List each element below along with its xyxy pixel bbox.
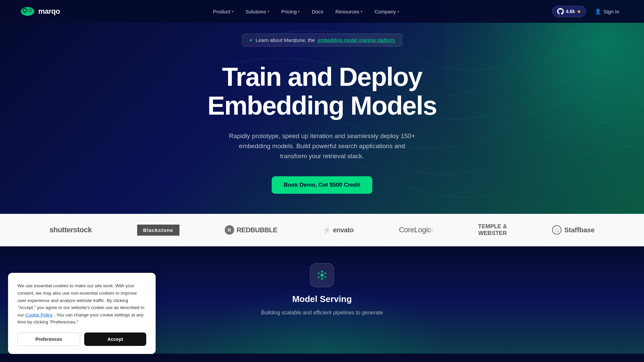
svg-point-6 bbox=[321, 270, 323, 273]
accept-button[interactable]: Accept bbox=[84, 333, 146, 346]
svg-line-15 bbox=[323, 276, 324, 277]
model-serving-card: Model Serving Building scalable and effi… bbox=[261, 263, 383, 317]
svg-line-16 bbox=[320, 276, 321, 277]
svg-line-17 bbox=[323, 274, 324, 275]
model-serving-icon bbox=[310, 263, 334, 287]
logos-section: shutterstock Blackstone R REDBUBBLE ⚡ en… bbox=[0, 214, 644, 246]
nav-product[interactable]: Product ▾ bbox=[208, 6, 238, 17]
svg-point-4 bbox=[30, 10, 31, 11]
redbubble-logo: R REDBUBBLE bbox=[225, 225, 277, 235]
cookie-buttons: Preferences Accept bbox=[17, 333, 146, 346]
corelogic-logo: CoreLogic· bbox=[399, 226, 433, 234]
cookie-policy-link[interactable]: Cookie Policy bbox=[25, 312, 53, 317]
model-serving-title: Model Serving bbox=[261, 294, 383, 304]
svg-point-7 bbox=[321, 278, 323, 280]
chevron-down-icon: ▾ bbox=[268, 10, 269, 13]
svg-point-3 bbox=[24, 9, 26, 11]
svg-point-8 bbox=[318, 272, 320, 274]
chevron-down-icon: ▾ bbox=[361, 10, 362, 13]
logo-icon bbox=[20, 6, 35, 17]
envato-logo: ⚡ envato bbox=[323, 226, 354, 234]
navbar-actions: 4.6k ★ 👤 Sign In bbox=[552, 6, 624, 17]
nav-docs[interactable]: Docs bbox=[307, 6, 328, 17]
nav-company[interactable]: Company ▾ bbox=[370, 6, 404, 17]
github-icon bbox=[557, 8, 564, 15]
preferences-button[interactable]: Preferences bbox=[17, 333, 80, 346]
svg-line-14 bbox=[320, 274, 321, 275]
svg-point-9 bbox=[324, 272, 326, 274]
shutterstock-logo: shutterstock bbox=[50, 226, 92, 234]
svg-point-10 bbox=[318, 276, 320, 278]
announcement-banner[interactable]: ✦ Learn about Marqtune, the embedding mo… bbox=[242, 34, 402, 47]
hero-title: Train and Deploy Embedding Models bbox=[207, 63, 436, 120]
temple-webster-logo: TEMPLE &WEBSTER bbox=[478, 223, 507, 237]
nav-links: Product ▾ Solutions ▾ Pricing ▾ Docs Res… bbox=[208, 6, 404, 17]
blackstone-logo: Blackstone bbox=[137, 225, 179, 236]
star-icon: ★ bbox=[577, 9, 581, 14]
nav-pricing[interactable]: Pricing ▾ bbox=[277, 6, 305, 17]
announcement-link[interactable]: embedding model training platform bbox=[318, 37, 395, 43]
svg-point-5 bbox=[321, 274, 323, 277]
preferences-inline-link[interactable]: Preferences bbox=[51, 319, 75, 324]
logo-text: marqo bbox=[38, 7, 60, 16]
chevron-down-icon: ▾ bbox=[232, 10, 233, 13]
user-icon: 👤 bbox=[595, 8, 601, 15]
cookie-banner: We use essential cookies to make our sit… bbox=[8, 273, 156, 354]
navbar: marqo Product ▾ Solutions ▾ Pricing ▾ Do… bbox=[0, 0, 644, 23]
signin-button[interactable]: 👤 Sign In bbox=[590, 6, 624, 17]
star-icon: ✦ bbox=[249, 38, 253, 43]
nav-solutions[interactable]: Solutions ▾ bbox=[241, 6, 274, 17]
chevron-down-icon: ▾ bbox=[397, 10, 399, 13]
announcement-text: Learn about Marqtune, the bbox=[256, 37, 315, 43]
hero-section: ✦ Learn about Marqtune, the embedding mo… bbox=[0, 0, 644, 214]
svg-point-11 bbox=[324, 276, 326, 278]
nav-resources[interactable]: Resources ▾ bbox=[331, 6, 367, 17]
cookie-text: We use essential cookies to make our sit… bbox=[17, 282, 146, 326]
chevron-down-icon: ▾ bbox=[298, 10, 300, 13]
cta-button[interactable]: Book Demo, Get $500 Credit bbox=[272, 176, 373, 194]
github-stars-button[interactable]: 4.6k ★ bbox=[552, 6, 586, 17]
staffbase-logo: ◯ Staffbase bbox=[552, 225, 594, 235]
model-serving-desc: Building scalable and efficient pipeline… bbox=[261, 308, 383, 317]
github-stars-count: 4.6k bbox=[566, 9, 575, 14]
logo[interactable]: marqo bbox=[20, 6, 60, 17]
hero-subtitle: Rapidly prototype, speed up iteration an… bbox=[228, 131, 416, 162]
